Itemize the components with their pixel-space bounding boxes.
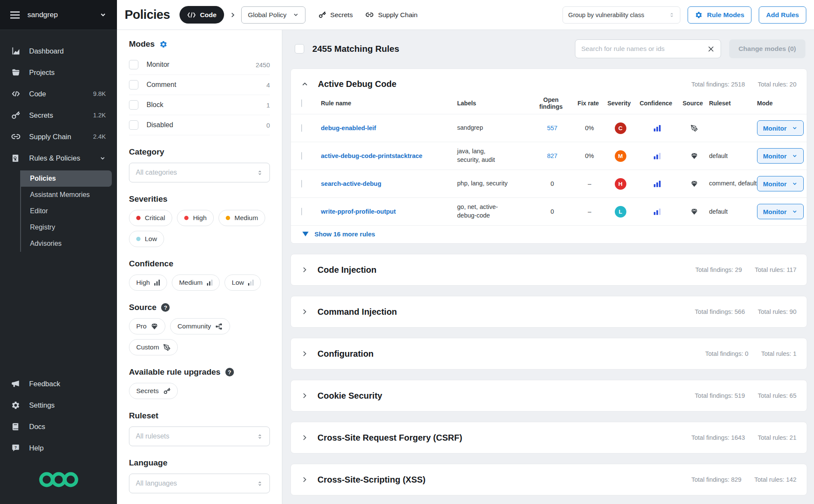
expand-group-icon[interactable] xyxy=(301,434,308,441)
mode-select[interactable]: Monitor xyxy=(757,120,804,136)
svg-text:?: ? xyxy=(15,444,17,449)
rule-labels: sandgrep xyxy=(457,119,508,137)
product-tab-secrets[interactable]: Secrets xyxy=(318,11,353,19)
expand-group-icon[interactable] xyxy=(301,308,308,315)
upgrades-filter-title: Available rule upgrades xyxy=(129,367,221,377)
clear-search-icon[interactable] xyxy=(707,45,715,53)
severity-chip-medium[interactable]: Medium xyxy=(218,210,265,226)
sidebar-subitem-advisories[interactable]: Advisories xyxy=(21,236,112,252)
sidebar-item-count: 1.2K xyxy=(93,112,106,119)
severity-chip-high[interactable]: High xyxy=(177,210,214,226)
sidebar-footer: Feedback Settings Docs ? Help xyxy=(0,373,117,504)
expand-group-icon[interactable] xyxy=(301,392,308,399)
org-switcher[interactable]: sandgrep xyxy=(0,0,117,30)
sidebar-item-supply-chain[interactable]: Supply Chain 2.4K xyxy=(0,126,117,147)
upgrade-chip-secrets[interactable]: Secrets xyxy=(129,383,178,399)
select-all-checkbox[interactable] xyxy=(295,44,304,54)
open-findings-link[interactable]: 827 xyxy=(531,152,574,159)
row-checkbox[interactable] xyxy=(301,208,302,215)
key-icon xyxy=(163,388,171,395)
sidebar-subitem-registry[interactable]: Registry xyxy=(21,219,112,236)
pen-icon xyxy=(163,344,171,351)
change-modes-button[interactable]: Change modes (0) xyxy=(729,39,805,58)
language-select[interactable]: All languages xyxy=(129,474,270,493)
topbar: Policies Code Global Policy Secrets Supp… xyxy=(117,0,814,30)
medium-dot-icon xyxy=(226,216,230,220)
rule-modes-button[interactable]: Rule Modes xyxy=(688,6,751,24)
source-chip-pro[interactable]: Pro xyxy=(129,318,165,334)
product-tab-code[interactable]: Code xyxy=(180,6,224,24)
mode-select[interactable]: Monitor xyxy=(757,204,804,219)
sidebar-item-settings[interactable]: Settings xyxy=(0,394,117,416)
sidebar-item-projects[interactable]: Projects xyxy=(0,62,117,83)
sidebar-item-code[interactable]: Code 9.8K xyxy=(0,83,117,104)
rule-group-active-debug-code: Active Debug Code Total findings: 2518 T… xyxy=(290,69,807,244)
sidebar-subitem-policies[interactable]: Policies xyxy=(21,170,112,187)
rule-name-link[interactable]: search-active-debug xyxy=(321,180,457,187)
row-checkbox[interactable] xyxy=(301,180,302,188)
open-findings-link[interactable]: 557 xyxy=(531,125,574,131)
confidence-chip-high[interactable]: High xyxy=(129,274,167,291)
group-total-findings: Total findings: 29 xyxy=(695,266,742,273)
sidebar-item-help[interactable]: ? Help xyxy=(0,437,117,459)
group-total-rules: Total rules: 21 xyxy=(758,434,796,441)
row-checkbox[interactable] xyxy=(301,152,302,160)
sidebar-subitem-editor[interactable]: Editor xyxy=(21,203,112,219)
book-icon xyxy=(11,422,21,431)
product-tab-supply-chain[interactable]: Supply Chain xyxy=(365,11,417,19)
sidebar-item-docs[interactable]: Docs xyxy=(0,416,117,437)
fix-rate: 0% xyxy=(574,152,605,159)
group-title: Command Injection xyxy=(317,307,397,317)
checkbox[interactable] xyxy=(129,60,138,69)
help-circle-icon[interactable]: ? xyxy=(161,303,170,312)
rules-table-header: Rule name Labels Open findings Fix rate … xyxy=(291,92,807,114)
open-findings: 0 xyxy=(531,208,574,215)
mode-select[interactable]: Monitor xyxy=(757,176,804,191)
rule-name-link[interactable]: write-pprof-profile-output xyxy=(321,208,457,215)
source-chip-custom[interactable]: Custom xyxy=(129,339,178,355)
row-checkbox[interactable] xyxy=(301,124,302,132)
group-by-select[interactable]: Group by vulnerability class xyxy=(563,6,680,24)
mode-select[interactable]: Monitor xyxy=(757,148,804,164)
expand-group-icon[interactable] xyxy=(301,350,308,357)
mode-filter-block: Block 1 xyxy=(129,95,270,115)
confidence-high-icon xyxy=(635,181,679,187)
rule-name-link[interactable]: active-debug-code-printstacktrace xyxy=(321,152,457,159)
fix-rate: – xyxy=(574,208,605,215)
sidebar-item-label: Feedback xyxy=(29,380,60,388)
add-rules-button[interactable]: Add Rules xyxy=(759,6,806,24)
rule-search-input[interactable] xyxy=(581,45,703,53)
group-select-checkbox[interactable] xyxy=(301,99,302,107)
group-total-findings: Total findings: 0 xyxy=(705,350,748,357)
confidence-high-icon xyxy=(635,125,679,131)
chain-link-icon xyxy=(365,11,374,19)
source-chip-community[interactable]: Community xyxy=(170,318,230,334)
sidebar-item-rules-policies[interactable]: Rules & Policies xyxy=(0,147,117,169)
sidebar-subitem-assistant-memories[interactable]: Assistant Memories xyxy=(21,187,112,203)
expand-group-icon[interactable] xyxy=(301,476,308,483)
sidebar-item-label: Projects xyxy=(29,69,55,77)
confidence-chip-medium[interactable]: Medium xyxy=(172,274,220,291)
gear-icon[interactable] xyxy=(159,40,168,48)
checkbox[interactable] xyxy=(129,80,138,89)
category-select[interactable]: All categories xyxy=(129,163,270,182)
expand-group-icon[interactable] xyxy=(301,266,308,273)
hamburger-menu-icon[interactable] xyxy=(10,11,20,19)
severity-chip-low[interactable]: Low xyxy=(129,231,164,247)
checkbox[interactable] xyxy=(129,100,138,110)
severity-chip-critical[interactable]: Critical xyxy=(129,210,172,226)
help-circle-icon[interactable]: ? xyxy=(225,368,234,376)
checkbox[interactable] xyxy=(129,120,138,130)
collapse-group-icon[interactable] xyxy=(301,81,308,88)
group-title: Code Injection xyxy=(317,265,377,275)
policy-selector[interactable]: Global Policy xyxy=(241,6,305,24)
rule-group-code-injection: Code Injection Total findings: 29Total r… xyxy=(290,254,807,286)
show-more-rules-link[interactable]: Show 16 more rules xyxy=(291,225,807,243)
sidebar-item-dashboard[interactable]: Dashboard xyxy=(0,40,117,62)
confidence-chip-low[interactable]: Low xyxy=(224,274,261,291)
sidebar-item-feedback[interactable]: Feedback xyxy=(0,373,117,394)
ruleset-select[interactable]: All rulesets xyxy=(129,426,270,446)
rule-name-link[interactable]: debug-enabled-leif xyxy=(321,125,457,131)
group-title: Cross-Site Request Forgery (CSRF) xyxy=(317,433,462,443)
sidebar-item-secrets[interactable]: Secrets 1.2K xyxy=(0,104,117,126)
